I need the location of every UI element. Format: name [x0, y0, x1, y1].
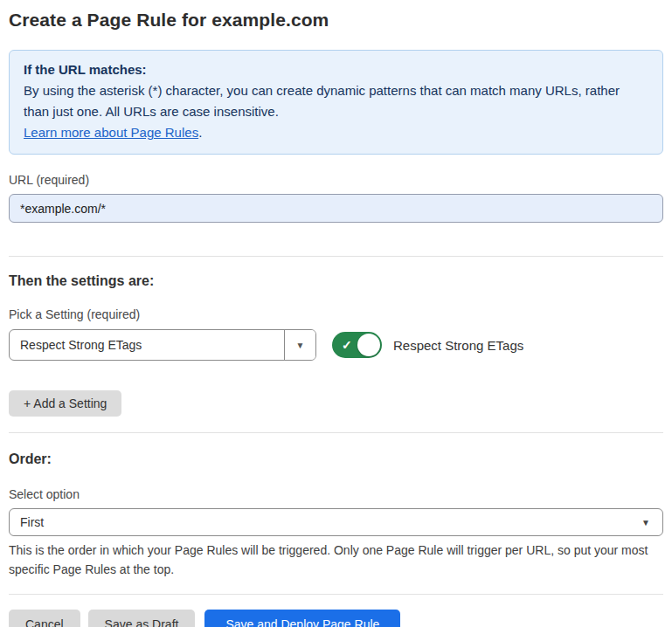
footer-actions: Cancel Save as Draft Save and Deploy Pag… [9, 610, 663, 627]
setting-toggle-label: Respect Strong ETags [393, 338, 523, 353]
learn-more-link[interactable]: Learn more about Page Rules [24, 125, 198, 140]
order-select-value: First [20, 515, 44, 529]
toggle-knob [357, 334, 380, 356]
settings-section-heading: Then the settings are: [9, 273, 663, 289]
url-input[interactable] [9, 194, 663, 223]
order-select[interactable]: First ▼ [9, 508, 663, 536]
create-page-rule-page: Create a Page Rule for example.com If th… [0, 10, 672, 627]
order-help-text: This is the order in which your Page Rul… [9, 541, 660, 579]
setting-toggle-group: ✓ Respect Strong ETags [332, 332, 523, 358]
order-section-heading: Order: [9, 451, 663, 467]
section-divider [9, 432, 663, 433]
page-title: Create a Page Rule for example.com [9, 10, 663, 31]
check-icon: ✓ [342, 338, 352, 352]
save-as-draft-button[interactable]: Save as Draft [88, 610, 196, 627]
url-match-info-box: If the URL matches: By using the asteris… [9, 50, 663, 155]
link-period: . [198, 125, 202, 140]
setting-row: Respect Strong ETags ▼ ✓ Respect Strong … [9, 329, 663, 361]
save-and-deploy-button[interactable]: Save and Deploy Page Rule [204, 610, 400, 627]
info-box-link-line: Learn more about Page Rules. [24, 122, 648, 143]
footer-divider [9, 594, 663, 595]
chevron-down-icon: ▼ [641, 518, 650, 527]
setting-dropdown[interactable]: Respect Strong ETags ▼ [9, 329, 316, 361]
info-box-body: By using the asterisk (*) character, you… [24, 80, 648, 122]
chevron-down-icon[interactable]: ▼ [284, 330, 315, 360]
setting-toggle[interactable]: ✓ [332, 332, 382, 358]
info-box-heading: If the URL matches: [24, 59, 648, 80]
url-field-label: URL (required) [9, 173, 663, 187]
pick-setting-label: Pick a Setting (required) [9, 307, 663, 321]
cancel-button[interactable]: Cancel [9, 610, 80, 627]
order-select-label: Select option [9, 487, 663, 501]
setting-dropdown-value: Respect Strong ETags [10, 330, 284, 360]
section-divider [9, 256, 663, 257]
add-setting-button[interactable]: + Add a Setting [9, 390, 121, 417]
